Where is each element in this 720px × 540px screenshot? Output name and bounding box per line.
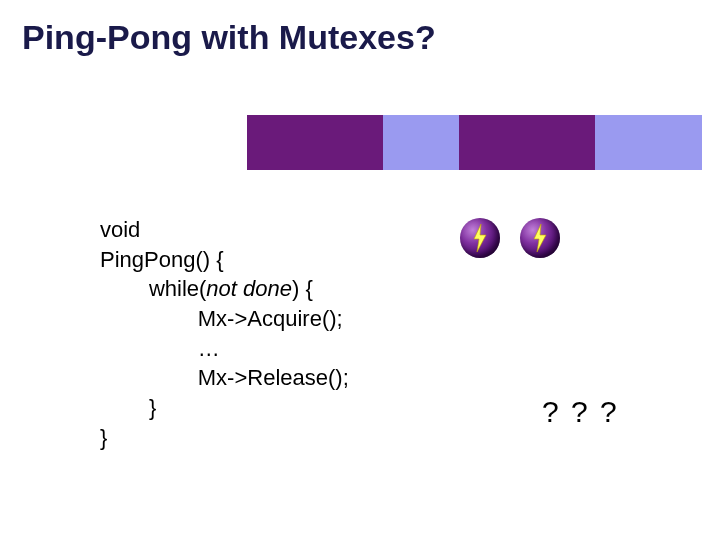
code-line: PingPong() { [100, 247, 224, 272]
lightning-bolt-icon [472, 224, 488, 252]
question-marks: ? ? ? [542, 395, 619, 429]
thread-ball-1 [460, 218, 500, 258]
code-line: Mx->Acquire(); [100, 306, 343, 331]
code-line: … [100, 336, 220, 361]
code-line: } [100, 425, 107, 450]
thread-ball-2 [520, 218, 560, 258]
critical-section-bar-2 [459, 115, 595, 170]
slide-title: Ping-Pong with Mutexes? [22, 18, 436, 57]
code-line: void [100, 217, 140, 242]
code-condition: not done [206, 276, 292, 301]
code-line: ) { [292, 276, 313, 301]
code-line: } [100, 395, 156, 420]
code-block: void PingPong() { while(not done) { Mx->… [100, 215, 349, 453]
code-line: Mx->Release(); [100, 365, 349, 390]
lightning-bolt-icon [532, 224, 548, 252]
code-line: while( [100, 276, 206, 301]
critical-section-bar-1 [247, 115, 383, 170]
timeline-band [247, 115, 702, 170]
